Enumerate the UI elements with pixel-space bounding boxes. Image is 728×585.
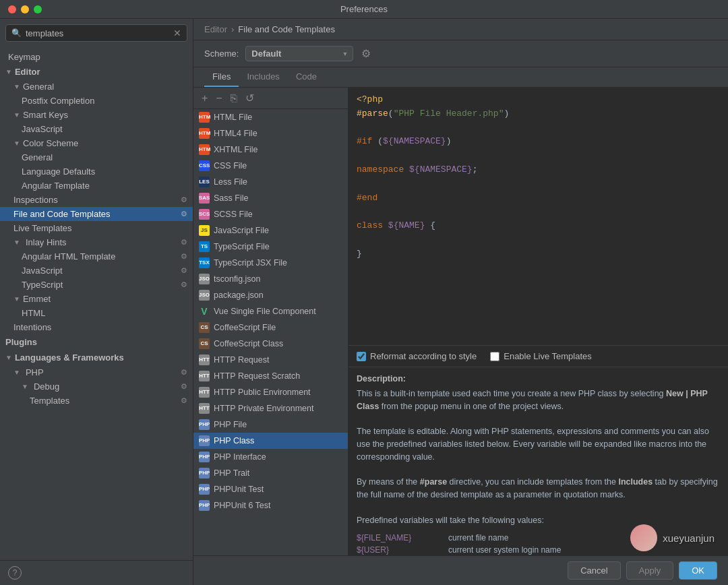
file-item-js-file[interactable]: JSJavaScript File [193,222,348,239]
sidebar-item-intentions[interactable]: Intentions [0,320,193,334]
breadcrumb-editor: Editor [204,24,227,34]
sidebar-item-general[interactable]: General [0,80,193,94]
help-button[interactable]: ? [8,566,22,580]
ok-button[interactable]: OK [679,561,717,580]
file-type-icon-html-file: HTM [199,112,210,123]
file-item-label-tsx-file: TypeScript JSX File [214,258,287,268]
file-item-phpunit6-test[interactable]: PHPPHPUnit 6 Test [193,497,348,514]
tab-code[interactable]: Code [288,67,325,87]
file-item-vue-file[interactable]: VVue Single File Component [193,303,348,319]
tabs-row: Files Includes Code [193,67,728,88]
file-item-label-phpunit-test: PHPUnit Test [214,485,264,494]
file-type-icon-tsconfig: JSO [199,274,210,284]
sidebar-item-emmet[interactable]: Emmet [0,292,193,306]
watermark-name: xueyuanjun [663,532,715,544]
file-type-icon-http-private: HTT [199,403,210,414]
sidebar-tree: Keymap Editor General Postfix Completion… [0,47,193,560]
search-box[interactable]: 🔍 ✕ [5,24,187,42]
inlay-hints-triangle-icon [13,239,20,246]
file-item-html-file[interactable]: HTMHTML File [193,109,348,125]
sidebar-item-html[interactable]: HTML [0,306,193,320]
file-item-php-class[interactable]: PHPPHP Class [193,433,348,449]
live-templates-option[interactable]: Enable Live Templates [490,351,592,361]
file-item-coffee-file[interactable]: CSCoffeeScript File [193,319,348,336]
file-item-less-file[interactable]: LESLess File [193,174,348,190]
file-type-icon-sass-file: SAS [199,193,210,204]
reformat-option[interactable]: Reformat according to style [357,351,477,361]
cancel-button[interactable]: Cancel [568,561,620,580]
sidebar-item-javascript2[interactable]: JavaScript ⚙ [0,264,193,278]
file-item-css-file[interactable]: CSSCSS File [193,158,348,174]
sidebar-item-inspections[interactable]: Inspections ⚙ [0,193,193,207]
file-item-scss-file[interactable]: SCSSCSS File [193,206,348,222]
sidebar-item-color-scheme[interactable]: Color Scheme [0,136,193,150]
bottom-bar: Cancel Apply OK [193,555,728,585]
file-item-http-scratch[interactable]: HTTHTTP Request Scratch [193,368,348,384]
maximize-button[interactable] [34,5,42,13]
var-name: ${USER} [357,545,437,555]
emmet-label: Emmet [23,294,51,304]
reformat-checkbox[interactable] [357,352,366,361]
sidebar-item-cs-general[interactable]: General [0,150,193,164]
sidebar-item-postfix[interactable]: Postfix Completion [0,94,193,108]
search-clear-icon[interactable]: ✕ [173,28,181,38]
scheme-select-wrap[interactable]: Default Project [245,46,353,61]
file-item-http-public[interactable]: HTTHTTP Public Environment [193,384,348,400]
file-item-php-interface[interactable]: PHPPHP Interface [193,449,348,465]
sidebar-section-plugins[interactable]: Plugins [0,334,193,350]
file-item-tsx-file[interactable]: TSXTypeScript JSX File [193,255,348,271]
scheme-gear-button[interactable]: ⚙ [360,46,372,61]
scheme-select[interactable]: Default Project [245,46,353,61]
sidebar-item-typescript[interactable]: TypeScript ⚙ [0,278,193,292]
file-item-http-private[interactable]: HTTHTTP Private Environment [193,400,348,417]
color-scheme-label: Color Scheme [23,138,78,148]
file-type-icon-http-scratch: HTT [199,371,210,381]
sidebar-item-templates[interactable]: Templates ⚙ [0,394,193,408]
sidebar-section-editor[interactable]: Editor [0,64,193,80]
file-item-php-file[interactable]: PHPPHP File [193,417,348,433]
sidebar-item-file-code-templates[interactable]: File and Code Templates ⚙ [0,207,193,221]
sidebar-item-smart-keys[interactable]: Smart Keys [0,108,193,122]
tab-includes[interactable]: Includes [239,67,287,87]
file-item-phpunit-test[interactable]: PHPPHPUnit Test [193,481,348,497]
sidebar-item-php[interactable]: PHP ⚙ [0,365,193,379]
minimize-button[interactable] [21,5,29,13]
apply-button[interactable]: Apply [626,561,674,580]
breadcrumb: Editor › File and Code Templates [193,19,728,40]
copy-template-button[interactable]: ⎘ [228,90,240,106]
file-type-icon-xhtml-file: HTM [199,144,210,155]
close-button[interactable] [8,5,16,13]
sidebar-item-keymap[interactable]: Keymap [0,50,193,64]
file-item-html4-file[interactable]: HTMHTML4 File [193,125,348,142]
desc-text1: This is a built-in template used each ti… [357,389,664,398]
sidebar-item-inlay-hints[interactable]: Inlay Hints ⚙ [0,235,193,249]
tab-files[interactable]: Files [204,67,239,87]
sidebar-item-language-defaults[interactable]: Language Defaults [0,164,193,179]
code-options: Reformat according to style Enable Live … [348,345,728,367]
split-content: + − ⎘ ↺ HTMHTML FileHTMHTML4 FileHTMXHTM… [193,88,728,555]
typescript-label: TypeScript [22,280,63,290]
live-templates-checkbox[interactable] [490,352,499,361]
add-template-button[interactable]: + [199,90,210,106]
remove-template-button[interactable]: − [213,90,224,106]
file-item-php-trait[interactable]: PHPPHP Trait [193,465,348,481]
file-list-items: HTMHTML FileHTMHTML4 FileHTMXHTML FileCS… [193,109,348,555]
sidebar-item-debug[interactable]: Debug ⚙ [0,379,193,394]
sidebar-item-live-templates[interactable]: Live Templates [0,221,193,235]
file-item-http-request[interactable]: HTTHTTP Request [193,352,348,368]
file-item-package-json[interactable]: JSOpackage.json [193,287,348,303]
file-item-tsconfig[interactable]: JSOtsconfig.json [193,271,348,287]
sidebar-item-javascript[interactable]: JavaScript [0,122,193,136]
file-item-xhtml-file[interactable]: HTMXHTML File [193,142,348,158]
sidebar-item-angular-html[interactable]: Angular HTML Template ⚙ [0,249,193,264]
debug-label: Debug [34,381,178,392]
sidebar-section-languages[interactable]: Languages & Frameworks [0,350,193,365]
sidebar-item-angular-template[interactable]: Angular Template [0,179,193,193]
file-item-ts-file[interactable]: TSTypeScript File [193,239,348,255]
file-item-coffee-class[interactable]: CSCoffeeScript Class [193,336,348,352]
search-input[interactable] [26,28,173,38]
file-item-sass-file[interactable]: SASSass File [193,190,348,206]
description-text: This is a built-in template used each ti… [357,388,720,526]
reset-template-button[interactable]: ↺ [243,90,257,106]
code-editor[interactable]: <?php #parse("PHP File Header.php") #if … [348,88,728,345]
